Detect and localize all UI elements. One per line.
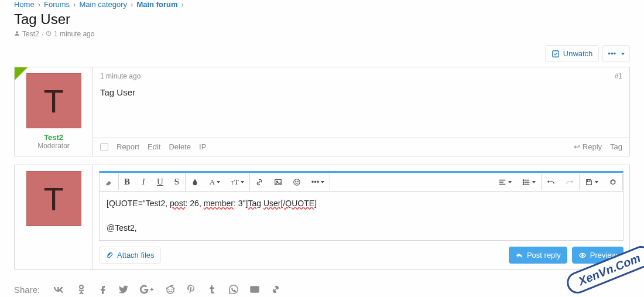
- editor-content[interactable]: [QUOTE="Test2, post: 26, member: 3"]Tag …: [99, 192, 624, 241]
- post: T Test2 Moderator 1 minute ago #1 Tag Us…: [14, 67, 630, 156]
- editor-user-column: T: [15, 165, 93, 269]
- crumb-home[interactable]: Home: [14, 0, 35, 9]
- crumb-sep-icon: ›: [131, 0, 133, 9]
- svg-point-12: [167, 286, 174, 293]
- tag-link[interactable]: Tag: [610, 142, 622, 151]
- insert-more-button[interactable]: •••: [306, 173, 330, 190]
- svg-point-9: [523, 183, 524, 185]
- post-time[interactable]: 1 minute ago: [100, 72, 141, 80]
- strike-button[interactable]: S: [169, 173, 185, 191]
- eye-icon: [578, 251, 587, 260]
- more-button[interactable]: •••: [602, 45, 630, 62]
- tumblr-icon[interactable]: [207, 284, 218, 295]
- share-label: Share:: [14, 285, 40, 295]
- thread-time[interactable]: 1 minute ago: [54, 30, 94, 38]
- italic-button[interactable]: I: [135, 173, 152, 191]
- underline-button[interactable]: U: [152, 173, 169, 191]
- font-size-button[interactable]: TT: [225, 173, 249, 191]
- reply-link[interactable]: ↩Reply: [574, 142, 602, 151]
- eraser-icon: [105, 178, 113, 186]
- facebook-icon[interactable]: [97, 284, 108, 295]
- link-icon: [255, 178, 263, 186]
- svg-point-6: [297, 181, 298, 182]
- post-body: Tag User: [93, 84, 629, 137]
- post-username[interactable]: Test2: [20, 133, 87, 142]
- unwatch-button[interactable]: Unwatch: [545, 45, 600, 62]
- smilie-button[interactable]: [287, 173, 306, 190]
- crumb-main-forum[interactable]: Main forum: [136, 0, 177, 9]
- post-number[interactable]: #1: [615, 72, 622, 80]
- svg-point-4: [293, 179, 300, 185]
- avatar[interactable]: T: [26, 73, 81, 128]
- google-plus-icon[interactable]: [139, 284, 155, 295]
- whatsapp-icon[interactable]: [228, 284, 239, 295]
- odnoklassniki-icon[interactable]: [76, 284, 87, 295]
- editor-toolbar: B I U S A TT •••: [99, 171, 624, 192]
- smile-icon: [293, 178, 301, 186]
- select-checkbox[interactable]: [100, 143, 108, 151]
- align-left-icon: [498, 178, 506, 186]
- svg-point-11: [80, 285, 83, 289]
- email-icon[interactable]: [249, 284, 260, 295]
- link-icon[interactable]: [270, 284, 281, 295]
- pinterest-icon[interactable]: [186, 284, 197, 295]
- ellipsis-icon: •••: [311, 177, 320, 186]
- post-usertitle: Moderator: [20, 142, 87, 150]
- svg-point-15: [173, 285, 174, 286]
- clock-icon: [46, 30, 52, 37]
- settings-button[interactable]: [604, 174, 622, 190]
- report-link[interactable]: Report: [117, 142, 139, 151]
- svg-point-5: [295, 181, 296, 182]
- drafts-button[interactable]: [580, 174, 604, 190]
- link-button[interactable]: [250, 173, 269, 190]
- bold-button[interactable]: B: [119, 173, 135, 191]
- drop-icon: [191, 178, 199, 186]
- reply-icon: [515, 251, 523, 260]
- list-button[interactable]: [517, 174, 541, 190]
- thread-title: Tag User: [14, 11, 630, 28]
- thread-author[interactable]: Test2: [22, 30, 39, 38]
- align-button[interactable]: [493, 174, 517, 190]
- reddit-icon[interactable]: [165, 284, 176, 295]
- image-icon: [274, 178, 282, 186]
- breadcrumb: Home › Forums › Main category › Main for…: [14, 0, 630, 10]
- redo-icon: [566, 178, 574, 186]
- image-button[interactable]: [269, 173, 287, 190]
- svg-point-16: [166, 288, 168, 289]
- preview-button[interactable]: Preview: [572, 247, 624, 264]
- save-icon: [585, 178, 593, 186]
- avatar[interactable]: T: [26, 171, 81, 226]
- delete-link[interactable]: Delete: [169, 142, 191, 151]
- svg-point-10: [581, 254, 583, 256]
- post-user-column: T Test2 Moderator: [15, 67, 93, 156]
- twitter-icon[interactable]: [118, 284, 129, 295]
- crumb-sep-icon: ›: [73, 0, 76, 9]
- staff-corner-icon: [15, 67, 28, 80]
- ellipsis-icon: •••: [608, 49, 616, 58]
- check-square-icon: [551, 50, 560, 58]
- undo-button[interactable]: [542, 174, 560, 190]
- gear-icon: [609, 178, 617, 186]
- ip-link[interactable]: IP: [199, 142, 206, 151]
- user-icon: [14, 30, 20, 37]
- list-icon: [522, 178, 530, 186]
- crumb-sep-icon: ›: [181, 0, 184, 9]
- svg-point-17: [173, 288, 175, 289]
- svg-point-7: [523, 179, 524, 180]
- remove-format-button[interactable]: [100, 174, 118, 190]
- post-reply-button[interactable]: Post reply: [509, 247, 567, 264]
- undo-icon: [547, 178, 555, 186]
- redo-button[interactable]: [560, 174, 579, 190]
- vk-icon[interactable]: [50, 284, 66, 295]
- paperclip-icon: [105, 251, 114, 260]
- crumb-forums[interactable]: Forums: [44, 0, 70, 9]
- svg-point-13: [169, 289, 170, 291]
- font-family-button[interactable]: A: [204, 173, 225, 191]
- reply-editor: T B I U S A TT •••: [14, 165, 630, 270]
- attach-files-button[interactable]: Attach files: [99, 247, 161, 264]
- crumb-main-category[interactable]: Main category: [79, 0, 127, 9]
- text-color-button[interactable]: [186, 173, 204, 191]
- crumb-sep-icon: ›: [38, 0, 40, 9]
- edit-link[interactable]: Edit: [148, 142, 160, 151]
- svg-point-8: [523, 182, 524, 183]
